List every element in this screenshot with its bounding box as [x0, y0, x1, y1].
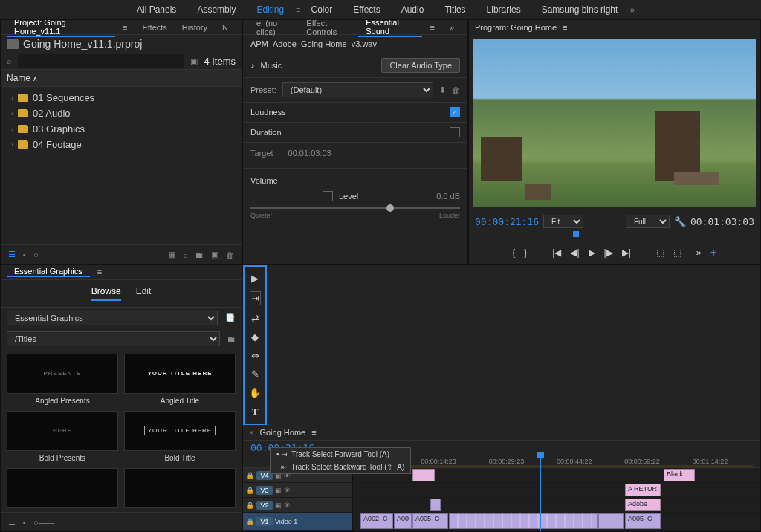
tab-effect-controls[interactable]: Effect Controls — [299, 19, 358, 36]
clip-a002[interactable]: A002_C — [360, 513, 393, 529]
template-extra-1[interactable] — [7, 468, 118, 511]
category-select[interactable]: Essential Graphics — [7, 311, 218, 325]
clip-a00[interactable]: A00 — [394, 513, 412, 529]
preset-select[interactable]: (Default) — [282, 82, 433, 97]
auto-icon[interactable]: ▦ — [168, 250, 175, 259]
eye-icon[interactable]: 👁 — [284, 502, 291, 509]
template-bold-presents[interactable]: HEREBold Presents — [7, 411, 118, 462]
template-angled-title[interactable]: YOUR TITLE HEREAngled Title — [124, 354, 236, 405]
razor-tool-icon[interactable]: ◆ — [251, 331, 259, 343]
new-item-icon[interactable]: ▣ — [211, 250, 218, 259]
slip-tool-icon[interactable]: ⇔ — [251, 350, 259, 361]
ws-effects[interactable]: Effects — [343, 0, 390, 19]
lock-icon[interactable]: 🔒 — [246, 487, 254, 494]
clip[interactable] — [430, 499, 441, 511]
tab-essential-graphics[interactable]: Essential Graphics — [7, 267, 90, 277]
list-view-icon[interactable]: ☰ — [8, 517, 16, 527]
clip[interactable] — [412, 469, 435, 481]
ws-titles[interactable]: Titles — [434, 0, 476, 19]
bin-audio[interactable]: ›02 Audio — [7, 106, 236, 121]
parent-bin-icon[interactable] — [7, 39, 19, 49]
level-checkbox[interactable] — [323, 191, 333, 201]
export-icon[interactable]: » — [696, 247, 702, 258]
panel-menu-icon[interactable]: ≡ — [311, 428, 316, 437]
close-seq-icon[interactable]: × — [249, 428, 253, 437]
trash-icon[interactable]: 🗑 — [452, 85, 460, 94]
eye-icon[interactable]: 👁 — [284, 487, 291, 494]
play-icon[interactable]: ▶ — [589, 247, 595, 258]
filter-icon[interactable]: ▣ — [190, 56, 198, 66]
tab-history[interactable]: History — [175, 23, 215, 32]
program-playhead[interactable] — [573, 231, 579, 237]
target-timecode[interactable]: 00:01:03:03 — [288, 149, 331, 158]
tab-source[interactable]: e: (no clips) — [249, 19, 299, 36]
track-v2[interactable]: V2 — [256, 501, 273, 510]
duration-checkbox[interactable] — [450, 127, 460, 137]
tab-menu-icon[interactable]: ≡ — [115, 23, 135, 32]
playhead[interactable] — [540, 456, 541, 532]
clip-a005[interactable]: A005_C — [412, 513, 448, 529]
zoom-slider[interactable]: ○—— — [33, 250, 55, 259]
mark-in-icon[interactable]: { — [512, 247, 515, 258]
tab-project[interactable]: Project: Going Home_v11.1 — [7, 19, 115, 37]
resolution-select[interactable]: Full — [626, 215, 670, 228]
tab-overflow-icon[interactable]: » — [442, 23, 462, 32]
clip[interactable] — [598, 513, 624, 529]
edit-tab[interactable]: Edit — [136, 286, 152, 301]
template-angled-presents[interactable]: PRESENTSAngled Presents — [7, 354, 118, 405]
volume-slider[interactable] — [250, 207, 460, 209]
tooltip-backward[interactable]: ⇤Track Select Backward Tool (⇧+A) — [271, 461, 410, 473]
icon-view-icon[interactable]: ▪ — [23, 250, 26, 259]
lock-icon[interactable]: 🔒 — [246, 502, 254, 509]
column-name[interactable]: Name ∧ — [1, 69, 242, 87]
tooltip-forward[interactable]: • ⇥Track Select Forward Tool (A) — [271, 448, 410, 461]
type-tool-icon[interactable]: T — [252, 406, 259, 418]
lock-icon[interactable]: 🔒 — [246, 472, 254, 479]
new-bin-icon[interactable]: 🖿 — [195, 250, 204, 259]
clip-black[interactable]: Black — [664, 469, 695, 481]
sequence-name[interactable]: Going Home — [259, 428, 305, 437]
ws-assembly[interactable]: Assembly — [187, 0, 246, 19]
panel-menu-icon[interactable]: ≡ — [563, 23, 567, 32]
tab-menu-icon[interactable]: ≡ — [90, 267, 109, 276]
bin-footage[interactable]: ›04 Footage — [7, 137, 236, 152]
template-extra-2[interactable] — [124, 468, 236, 511]
lock-icon[interactable]: 🔒 — [246, 518, 254, 525]
pen-tool-icon[interactable]: ✎ — [251, 369, 259, 380]
step-back-icon[interactable]: ◀| — [570, 247, 579, 258]
tab-effects[interactable]: Effects — [135, 23, 174, 32]
clip-return[interactable]: A RETUR — [625, 484, 661, 496]
extract-icon[interactable]: ⬚ — [673, 247, 681, 258]
toggle-icon[interactable]: ▣ — [275, 487, 282, 494]
ws-all-panels[interactable]: All Panels — [126, 0, 187, 19]
loudness-label[interactable]: Loudness — [250, 108, 286, 117]
duration-label[interactable]: Duration — [250, 128, 282, 137]
ws-libraries[interactable]: Libraries — [476, 0, 531, 19]
mark-out-icon[interactable]: } — [524, 247, 527, 258]
template-bold-title[interactable]: YOUR TITLE HEREBold Title — [124, 411, 236, 462]
ws-color[interactable]: Color — [301, 0, 343, 19]
track-v3[interactable]: V3 — [256, 486, 273, 495]
step-fwd-icon[interactable]: |▶ — [604, 247, 613, 258]
download-icon[interactable]: ⬇ — [439, 85, 446, 95]
ws-audio[interactable]: Audio — [391, 0, 435, 19]
zoom-select[interactable]: Fit — [543, 215, 583, 228]
ws-editing[interactable]: Editing — [246, 0, 294, 19]
loudness-checkbox[interactable]: ✓ — [450, 107, 460, 117]
lift-icon[interactable]: ⬚ — [656, 247, 664, 258]
settings-icon[interactable]: 🔧 — [674, 216, 686, 227]
ws-overflow-icon[interactable]: » — [630, 5, 635, 14]
ws-samsung[interactable]: Samsung bins right — [531, 0, 629, 19]
selection-tool-icon[interactable]: ▶ — [251, 273, 259, 284]
toggle-icon[interactable]: ▣ — [275, 502, 282, 509]
stock-icon[interactable]: 📑 — [225, 313, 236, 322]
clip-adobe[interactable]: Adobe — [625, 499, 661, 511]
browse-tab[interactable]: Browse — [91, 286, 121, 301]
bin-sequences[interactable]: ›01 Sequences — [7, 90, 236, 106]
find-icon[interactable]: ⌕ — [183, 250, 188, 259]
path-select[interactable]: /Titles — [7, 331, 220, 346]
track-v1[interactable]: V1 — [256, 517, 273, 526]
bin-graphics[interactable]: ›03 Graphics — [7, 121, 236, 137]
add-button-icon[interactable]: + — [710, 246, 716, 259]
delete-icon[interactable]: 🗑 — [226, 250, 234, 259]
